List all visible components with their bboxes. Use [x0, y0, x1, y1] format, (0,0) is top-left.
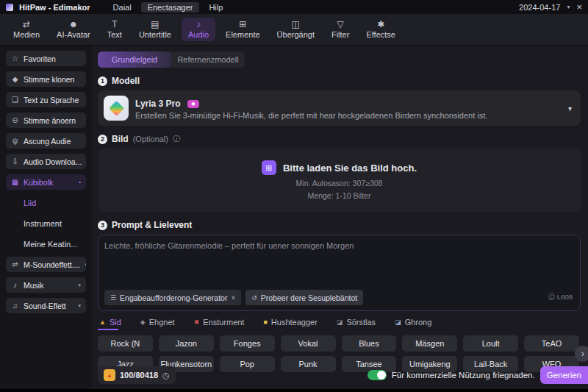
section-title: Modell — [112, 76, 140, 86]
chips-scroll-right-button[interactable]: › — [575, 346, 588, 362]
filter-icon: ▽ — [337, 20, 344, 29]
category-label: Ensturment — [203, 318, 244, 327]
menu-export[interactable]: Enectasager — [141, 2, 200, 13]
download-icon: ⇩ — [11, 157, 19, 165]
category-tab-ehgnet[interactable]: ◈ Ehgnet — [140, 318, 175, 330]
info-icon[interactable]: ⓘ — [173, 134, 180, 144]
genre-chip[interactable]: Rock (N — [98, 335, 153, 352]
toolbar-item-medien[interactable]: ⇄ Medien — [7, 18, 46, 41]
sidebar-item-stimme-klonen[interactable]: ◆ Stimme klonen — [6, 71, 86, 87]
toolbar-item-filter[interactable]: ▽ Filter — [325, 18, 356, 41]
grid-icon: ▦ — [11, 178, 19, 186]
chevron-down-icon[interactable]: ▾ — [568, 104, 572, 113]
menu-file[interactable]: Daial — [107, 2, 138, 13]
genre-chip[interactable]: Blues — [342, 335, 397, 352]
close-icon[interactable]: × — [576, 1, 582, 13]
sidebar-item-label: Text zu Sprache — [24, 96, 79, 104]
sidebar-item-stimme-aendern[interactable]: ⊖ Stimme änoern — [6, 113, 86, 128]
sidebar-item-label: Musik — [24, 281, 43, 290]
sidebar-item-ki-soundeffekt[interactable]: ⇌ M-Soundeffett.... ▾ — [6, 257, 86, 272]
generate-button[interactable]: Generien — [540, 366, 588, 384]
instrument-icon: ✖ — [194, 318, 200, 326]
transitions-icon: ◫ — [292, 20, 300, 29]
genre-chip[interactable]: TeAO — [524, 335, 579, 352]
title-bar: HitPaw - Edimakor Daial Enectasager Hilp… — [0, 0, 588, 14]
sidebar-item-label: Sound-Eflett — [24, 302, 66, 310]
sidebar-item-label: Stimme änoern — [24, 116, 76, 125]
sidebar-item-ki-musik[interactable]: ▦ Kübibolk • — [6, 174, 86, 190]
image-section-header: 2 Bild (Optional) ⓘ — [98, 134, 581, 144]
prompt-generator-button[interactable]: ☰ Engabeaufforderong-Generator ∨ — [104, 290, 241, 305]
model-selector[interactable]: Lyria 3 Pro ◆ Erstellen Sie 3-minütige H… — [98, 90, 581, 126]
sidebar-item-musik[interactable]: ♪ Musik ▾ — [6, 277, 86, 293]
category-tab-stil[interactable]: ▲ Sid — [99, 318, 121, 330]
sidebar-item-label: M-Soundeffett.... — [24, 260, 80, 269]
app-logo-icon — [6, 4, 13, 11]
pro-badge-icon: ◆ — [187, 100, 199, 108]
section-title: Prompt & Lielevent — [112, 220, 192, 230]
toolbar-item-ai-avatar[interactable]: ☻ AI-Avatar — [50, 18, 97, 41]
microphone-icon: ψ — [11, 137, 19, 145]
category-label: Ghrong — [405, 318, 432, 327]
expand-dot-icon: • — [79, 179, 81, 185]
char-counter: Ⓒ L608 — [548, 293, 573, 302]
tag-icon: ◪ — [395, 318, 401, 326]
voice-change-icon: ⊖ — [11, 116, 19, 124]
toolbar-label: Filter — [331, 30, 349, 39]
tab-referenzmodell[interactable]: Refernenzmodell — [171, 51, 245, 68]
folder-icon: ■ — [263, 318, 267, 326]
toolbar-item-elemente[interactable]: ⊞ Elemente — [219, 18, 266, 41]
category-tab-hushteagger[interactable]: ■ Hushteagger — [263, 318, 317, 330]
genre-chip[interactable]: Vokal — [281, 335, 336, 352]
genre-chip[interactable]: Jazon — [159, 335, 214, 352]
genre-chip[interactable]: Fonges — [220, 335, 275, 352]
tag-category-tabs: ▲ Sid ◈ Ehgnet ✖ Ensturment ■ Hushteagge… — [98, 318, 581, 330]
toolbar-item-text[interactable]: T Text — [101, 18, 129, 41]
effects-icon: ✱ — [377, 20, 384, 29]
category-tab-ghrong[interactable]: ◪ Ghrong — [395, 318, 431, 330]
subtitle-icon: ▤ — [151, 20, 159, 29]
sidebar-item-favoriten[interactable]: ☆ Favoriten — [6, 51, 86, 66]
sidebar-item-audio-download[interactable]: ⇩ Audio Downloa... — [6, 154, 86, 169]
credits-counter[interactable]: ▲ 100/80418 ◷ — [98, 366, 176, 384]
menu-help[interactable]: Hilp — [202, 2, 229, 13]
music-note-icon: ♪ — [11, 281, 19, 289]
style-icon: ▲ — [99, 318, 106, 326]
sidebar-subitem-lied[interactable]: Liid — [6, 195, 86, 210]
refresh-icon: ↺ — [251, 294, 257, 302]
toolbar-item-audio[interactable]: ♪ Audio — [182, 18, 215, 41]
genre-chip[interactable]: Mäsgen — [402, 335, 457, 352]
app-window: HitPaw - Edimakor Daial Enectasager Hilp… — [0, 0, 588, 392]
toolbar-item-effekte[interactable]: ✱ Effectse — [359, 18, 402, 41]
toolbar-item-uebergaenge[interactable]: ◫ Übergängt — [270, 18, 321, 41]
optional-label: (Optional) — [133, 135, 168, 143]
model-description: Erstellen Sie 3-minütige Hi-Fi-Musik, di… — [135, 111, 487, 120]
history-clock-icon[interactable]: ◷ — [162, 371, 170, 380]
chevron-down-icon[interactable]: ▾ — [567, 4, 570, 10]
sidebar: ☆ Favoriten ◆ Stimme klonen ❏ Text zu Sp… — [0, 46, 92, 389]
category-tab-instrument[interactable]: ✖ Ensturment — [194, 318, 245, 330]
toolbar-label: Effectse — [366, 30, 395, 39]
toolbar-item-untertitel[interactable]: ▤ Untertitle — [132, 18, 178, 41]
sidebar-item-label: Audio Downloa... — [24, 157, 82, 166]
model-section-header: 1 Modell — [98, 76, 581, 86]
prompt-input[interactable] — [104, 241, 574, 284]
sidebar-item-audio-aufnahme[interactable]: ψ Ascung Audie — [6, 133, 86, 149]
sidebar-item-text-zu-sprache[interactable]: ❏ Text zu Sprache — [6, 92, 86, 107]
image-upload-dropzone[interactable]: ⊞ Bitte laden Sie das Bild hoch. Min. Au… — [98, 149, 581, 212]
chevron-down-icon: ▾ — [78, 303, 81, 309]
sidebar-subitem-meine-kreationen[interactable]: Meine Keatin... — [6, 236, 86, 252]
tab-grundlegend[interactable]: Grundlelgeid — [98, 51, 171, 68]
section-title: Bild — [112, 134, 129, 144]
app-title: HitPaw - Edimakor — [19, 3, 90, 12]
sample-text-button[interactable]: ↺ Probeer dere Sesuplebäntot — [245, 290, 363, 305]
category-tab-soerstlas[interactable]: ◪ Sörstlas — [337, 318, 376, 330]
quantity-label: Menge: 1-10 Bilter — [308, 191, 371, 200]
elements-icon: ⊞ — [239, 20, 246, 29]
sidebar-subitem-instrument[interactable]: Instrument — [6, 215, 86, 231]
sidebar-item-sound-effekt[interactable]: ♫ Sound-Eflett ▾ — [6, 298, 86, 313]
sidebar-item-label: Ascung Audie — [24, 137, 71, 146]
genre-chip[interactable]: Loult — [463, 335, 518, 352]
commercial-use-toggle[interactable] — [368, 370, 387, 380]
scene-icon: ◈ — [140, 318, 146, 326]
